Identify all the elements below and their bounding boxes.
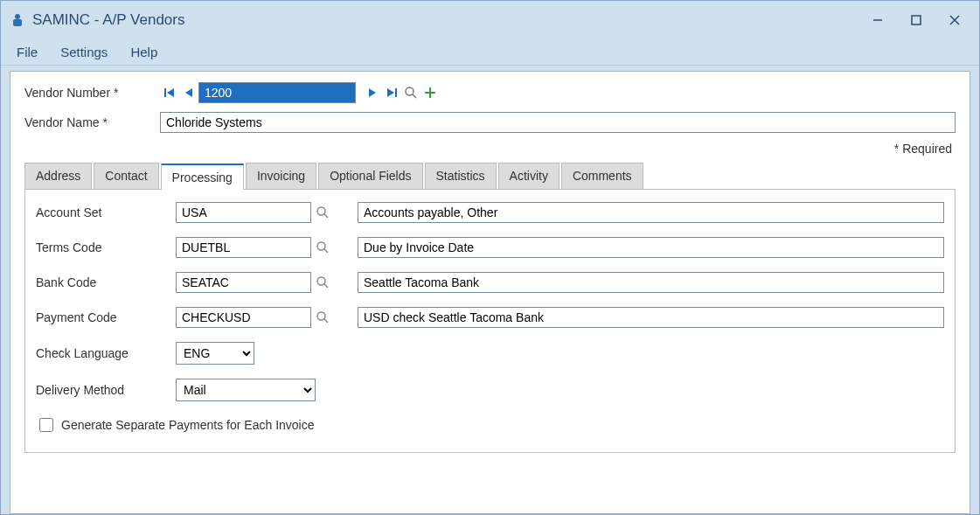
menubar: File Settings Help <box>1 39 979 66</box>
svg-rect-3 <box>912 16 921 24</box>
payment-code-desc <box>358 307 944 328</box>
menu-help[interactable]: Help <box>130 45 157 59</box>
new-record-icon[interactable] <box>420 83 440 102</box>
bank-code-lookup-icon[interactable] <box>310 272 335 293</box>
svg-point-12 <box>406 87 414 95</box>
tab-invoicing[interactable]: Invoicing <box>246 163 316 189</box>
tabs: Address Contact Processing Invoicing Opt… <box>24 163 956 190</box>
content: Vendor Number * Vendor Name * * Required… <box>10 71 970 514</box>
tab-processing[interactable]: Processing <box>161 164 244 190</box>
svg-line-19 <box>324 249 328 253</box>
vendor-number-input[interactable] <box>198 82 356 103</box>
separate-payments-label: Generate Separate Payments for Each Invo… <box>61 418 315 432</box>
account-set-label: Account Set <box>36 205 176 219</box>
svg-line-13 <box>413 94 416 98</box>
svg-line-23 <box>324 319 328 323</box>
tab-statistics[interactable]: Statistics <box>425 163 497 189</box>
titlebar: SAMINC - A/P Vendors <box>1 1 979 39</box>
check-language-row: Check Language ENG <box>36 342 944 365</box>
check-language-label: Check Language <box>36 346 176 360</box>
vendor-number-row: Vendor Number * <box>24 82 956 103</box>
svg-point-20 <box>317 277 325 285</box>
svg-marker-10 <box>387 88 394 97</box>
tab-optional-fields[interactable]: Optional Fields <box>318 163 422 189</box>
tab-activity[interactable]: Activity <box>498 163 560 189</box>
vendor-name-input[interactable] <box>160 112 956 133</box>
svg-point-22 <box>317 312 325 320</box>
terms-code-desc <box>358 237 944 258</box>
terms-code-label: Terms Code <box>36 240 176 254</box>
menu-settings[interactable]: Settings <box>60 45 108 59</box>
payment-code-input[interactable] <box>176 307 311 328</box>
payment-code-row: Payment Code <box>36 307 944 328</box>
bank-code-label: Bank Code <box>36 275 176 289</box>
account-set-desc <box>358 202 944 223</box>
svg-rect-6 <box>164 88 166 97</box>
svg-rect-0 <box>15 14 20 19</box>
tab-contact[interactable]: Contact <box>94 163 158 189</box>
delivery-method-label: Delivery Method <box>36 383 176 397</box>
separate-payments-checkbox-row[interactable]: Generate Separate Payments for Each Invo… <box>36 415 944 435</box>
delivery-method-row: Delivery Method Mail <box>36 379 944 401</box>
processing-panel: Account Set Terms Code Bank Code <box>24 190 956 453</box>
account-set-lookup-icon[interactable] <box>310 202 335 223</box>
content-outer: Vendor Number * Vendor Name * * Required… <box>1 66 979 514</box>
maximize-button[interactable] <box>897 7 935 33</box>
svg-rect-11 <box>395 88 397 97</box>
tab-comments[interactable]: Comments <box>561 163 643 189</box>
svg-point-18 <box>317 242 325 250</box>
svg-marker-8 <box>185 88 192 97</box>
app-window: SAMINC - A/P Vendors File Settings Help … <box>0 0 980 515</box>
finder-icon[interactable] <box>401 83 420 102</box>
vendor-name-row: Vendor Name * <box>24 112 956 133</box>
tab-address[interactable]: Address <box>24 163 92 189</box>
bank-code-desc <box>358 272 944 293</box>
svg-line-21 <box>324 284 328 288</box>
terms-code-row: Terms Code <box>36 237 944 258</box>
payment-code-lookup-icon[interactable] <box>310 307 335 328</box>
bank-code-input[interactable] <box>176 272 311 293</box>
prev-record-icon[interactable] <box>179 83 198 102</box>
app-icon <box>10 12 25 28</box>
minimize-button[interactable] <box>858 7 897 33</box>
next-record-icon[interactable] <box>363 83 382 102</box>
vendor-number-label: Vendor Number * <box>24 86 160 100</box>
svg-marker-9 <box>369 88 376 97</box>
svg-point-16 <box>317 207 325 215</box>
payment-code-label: Payment Code <box>36 310 176 324</box>
account-set-row: Account Set <box>36 202 944 223</box>
account-set-input[interactable] <box>176 202 311 223</box>
last-record-icon[interactable] <box>382 83 401 102</box>
vendor-name-label: Vendor Name * <box>24 115 160 129</box>
delivery-method-select[interactable]: Mail <box>176 379 316 401</box>
separate-payments-checkbox[interactable] <box>39 418 53 432</box>
required-note: * Required <box>24 142 952 156</box>
check-language-select[interactable]: ENG <box>176 342 254 365</box>
terms-code-lookup-icon[interactable] <box>310 237 335 258</box>
terms-code-input[interactable] <box>176 237 311 258</box>
close-button[interactable] <box>935 7 974 33</box>
first-record-icon[interactable] <box>160 83 179 102</box>
svg-marker-7 <box>167 88 174 97</box>
svg-rect-1 <box>13 19 22 26</box>
window-title: SAMINC - A/P Vendors <box>32 11 858 29</box>
bank-code-row: Bank Code <box>36 272 944 293</box>
svg-line-17 <box>324 214 328 218</box>
menu-file[interactable]: File <box>17 45 38 59</box>
